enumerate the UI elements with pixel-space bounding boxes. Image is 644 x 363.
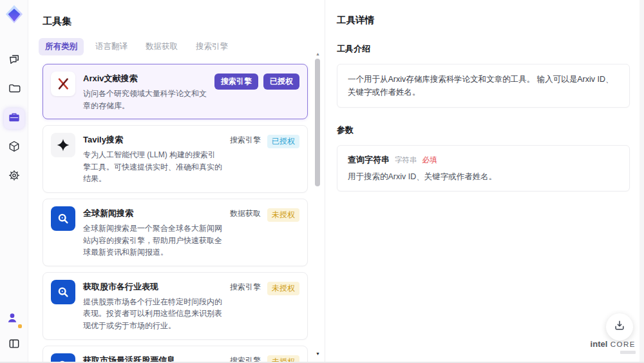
sidebar-nav <box>4 50 24 187</box>
tool-description: 全球新闻搜索是一个聚合全球各大新闻网站内容的搜索引擎，帮助用户快速获取全球最新资… <box>83 222 222 259</box>
sidebar-bottom <box>4 309 24 363</box>
gear-icon <box>8 169 21 184</box>
box-icon <box>8 140 21 155</box>
intel-logo-subline <box>591 351 636 354</box>
tool-card-0[interactable]: Arxiv文献搜索 访问各个研究领域大量科学论文和文章的存储库。 搜索引擎 已授… <box>43 64 308 119</box>
tool-name: Arxiv文献搜索 <box>83 73 207 84</box>
tool-name: 获取股市各行业表现 <box>83 281 222 293</box>
avatar-status-dot <box>18 324 22 328</box>
tool-status-badge: 已授权 <box>267 135 299 148</box>
sidebar-item-settings[interactable] <box>4 166 24 187</box>
intro-section-title: 工具介绍 <box>337 43 630 55</box>
param-description: 用于搜索的Arxiv ID、关键字或作者姓名。 <box>348 172 619 182</box>
intel-core-logo: intel core <box>591 338 636 354</box>
tavily-star-icon <box>51 133 75 157</box>
tool-category-tag: 搜索引擎 <box>230 282 261 293</box>
intro-text: 一个用于从Arxiv存储库搜索科学论文和文章的工具。 输入可以是Arxiv ID… <box>348 73 619 99</box>
chat-icon <box>8 53 21 68</box>
sidebar-item-files[interactable] <box>4 79 24 100</box>
sidebar-item-chat[interactable] <box>4 50 24 71</box>
tool-description: 专为人工智能代理 (LLM) 构建的搜索引擎工具。可快速提供实时、准确和真实的结… <box>83 149 222 185</box>
category-tabs: 所有类别语言翻译数据获取搜索引擎 <box>39 38 325 55</box>
core-brand-text: core <box>611 340 636 348</box>
tool-card-4[interactable]: 获取市场最活跃股票信息 提供当天交易量最高的股票列表。投资者可以利用这些信息来识… <box>43 346 308 363</box>
search-blue-icon <box>51 280 75 304</box>
tool-status-badge[interactable]: 已授权 <box>263 74 299 90</box>
detail-title: 工具详情 <box>337 14 630 26</box>
param-box: 查询字符串 字符串 必填 用于搜索的Arxiv ID、关键字或作者姓名。 <box>337 145 630 191</box>
tab-0[interactable]: 所有类别 <box>39 38 84 55</box>
tool-card-1[interactable]: Tavily搜索 专为人工智能代理 (LLM) 构建的搜索引擎工具。可快速提供实… <box>43 125 308 193</box>
tab-1[interactable]: 语言翻译 <box>89 38 134 55</box>
tool-category-tag[interactable]: 搜索引擎 <box>214 74 258 90</box>
tool-status-badge: 未授权 <box>267 208 299 222</box>
scrollbar-thumb[interactable] <box>315 59 320 186</box>
tool-card-3[interactable]: 获取股市各行业表现 提供股票市场各个行业在特定时间段内的表现。投资者可以利用这些… <box>43 272 308 340</box>
folder-icon <box>8 82 21 97</box>
briefcase-icon <box>8 111 21 126</box>
tool-status-badge: 未授权 <box>267 282 299 295</box>
tool-list-panel: 工具集 所有类别语言翻译数据获取搜索引擎 Arxiv文献搜索 访问各个研究领域大… <box>28 0 325 363</box>
search-blue-icon <box>51 206 75 231</box>
page-scrollbar-track[interactable] <box>639 0 644 363</box>
sidebar-item-tools[interactable] <box>4 108 24 129</box>
tool-description: 提供股票市场各个行业在特定时间段内的表现。投资者可以利用这些信息来识别表现优于或… <box>83 296 222 332</box>
tool-name: Tavily搜索 <box>83 134 222 146</box>
scroll-down-arrow[interactable]: ▼ <box>314 351 321 357</box>
tool-category-tag: 搜索引擎 <box>230 135 261 146</box>
sidebar-item-user[interactable] <box>4 309 24 330</box>
tool-cards-list: Arxiv文献搜索 访问各个研究领域大量科学论文和文章的存储库。 搜索引擎 已授… <box>43 64 308 363</box>
scroll-up-arrow[interactable]: ▲ <box>314 52 321 57</box>
param-required-label: 必填 <box>422 155 437 165</box>
tool-description: 访问各个研究领域大量科学论文和文章的存储库。 <box>83 88 207 112</box>
avatar-icon <box>6 311 23 328</box>
tool-name: 全球新闻搜索 <box>83 208 222 219</box>
param-name: 查询字符串 <box>348 154 390 166</box>
sidebar-item-collapse[interactable] <box>4 335 24 355</box>
page-title: 工具集 <box>43 15 325 28</box>
tool-detail-panel: 工具详情 工具介绍 一个用于从Arxiv存储库搜索科学论文和文章的工具。 输入可… <box>325 0 644 363</box>
download-button[interactable] <box>606 313 633 340</box>
tab-2[interactable]: 数据获取 <box>139 38 184 55</box>
download-icon <box>613 319 626 335</box>
param-type: 字符串 <box>395 155 417 165</box>
intel-brand-text: intel <box>591 339 608 349</box>
panel-toggle-icon <box>8 337 21 353</box>
sidebar <box>0 0 28 363</box>
tool-card-2[interactable]: 全球新闻搜索 全球新闻搜索是一个聚合全球各大新闻网站内容的搜索引擎，帮助用户快速… <box>43 199 308 266</box>
params-section-title: 参数 <box>337 124 630 136</box>
app-logo-icon <box>5 5 24 24</box>
sidebar-item-packages[interactable] <box>4 137 24 158</box>
intro-box: 一个用于从Arxiv存储库搜索科学论文和文章的工具。 输入可以是Arxiv ID… <box>337 64 630 108</box>
tool-category-tag: 数据获取 <box>230 208 261 219</box>
arxiv-logo-icon <box>51 72 75 96</box>
list-scrollbar[interactable]: ▲ ▼ <box>314 52 321 358</box>
tab-3[interactable]: 搜索引擎 <box>189 38 234 55</box>
